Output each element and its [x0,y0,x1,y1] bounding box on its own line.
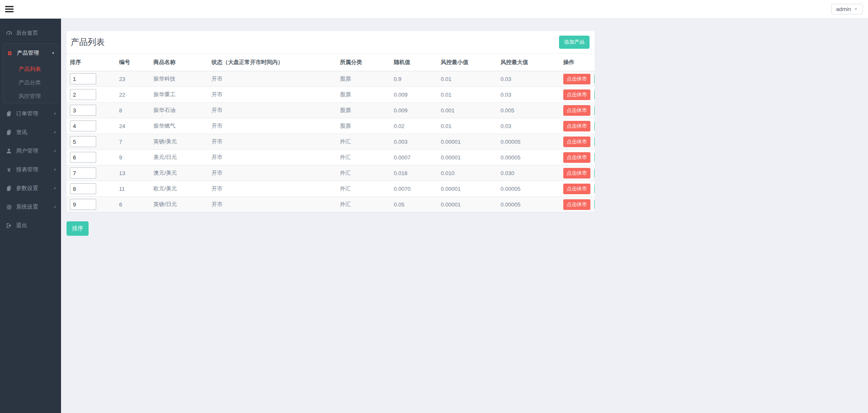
sort-input[interactable] [70,152,96,163]
caret-right-icon [53,131,57,134]
table-row: 11 欧元/美元 开市 外汇 0.0070 0.00001 0.00005 点击… [67,181,595,197]
cell-risk-max: 0.03 [497,71,560,87]
sidebar-item-parameter-settings[interactable]: 参数设置 [0,179,61,198]
files-icon [6,185,12,191]
table-row: 24 振华燃气 开市 股票 0.02 0.01 0.03 点击休市 [67,118,595,134]
caret-right-icon [52,51,55,55]
add-product-button[interactable]: 添加产品 [559,36,590,49]
sidebar-item-report-management[interactable]: ¥报表管理 [0,160,61,179]
cell-number: 7 [116,134,150,150]
sidebar-item-logout[interactable]: 退出 [0,216,61,235]
caret-right-icon [53,205,57,209]
cell-risk-max: 0.030 [497,165,560,181]
cell-name: 澳元/美元 [150,165,208,181]
cell-number: 8 [116,103,150,118]
edit-button[interactable] [594,200,595,209]
edit-button[interactable] [594,168,595,178]
close-market-button[interactable]: 点击休市 [563,184,590,194]
column-header: 随机值 [390,54,437,71]
column-header: 排序 [67,54,116,71]
sort-input[interactable] [70,136,96,147]
sidebar-item-label: 参数设置 [16,184,38,192]
cell-status: 开市 [208,150,337,165]
sort-input[interactable] [70,73,96,84]
cell-random: 0.0007 [390,150,437,165]
cell-random: 0.02 [390,118,437,134]
sort-button[interactable]: 排序 [67,221,89,236]
product-table: 排序编号商品名称状态（大盘正常开市时间内）所属分类随机值风控最小值风控最大值操作… [67,54,595,212]
caret-down-icon [854,7,858,11]
close-market-button[interactable]: 点击休市 [563,121,590,131]
close-market-button[interactable]: 点击休市 [563,105,590,116]
edit-button[interactable] [594,137,595,147]
sidebar-item-product-management[interactable]: B产品管理 [3,44,58,62]
cell-risk-min: 0.00001 [437,197,497,212]
caret-right-icon [53,187,57,190]
cell-risk-min: 0.001 [437,103,497,118]
cell-name: 振华科技 [150,71,208,87]
sort-input[interactable] [70,105,96,116]
table-row: 23 振华科技 开市 股票 0.9 0.01 0.03 点击休市 [67,71,595,87]
cell-risk-max: 0.03 [497,87,560,103]
edit-button[interactable] [594,106,595,115]
sidebar-item-label: 退出 [16,222,27,229]
sort-input[interactable] [70,183,96,194]
cell-name: 欧元/美元 [150,181,208,197]
user-menu-button[interactable]: admin [831,4,863,14]
cell-risk-max: 0.00005 [497,197,560,212]
cell-category: 外汇 [337,150,390,165]
yen-icon: ¥ [6,167,12,173]
hamburger-icon[interactable] [5,4,16,15]
edit-button[interactable] [594,74,595,84]
cell-random: 0.05 [390,197,437,212]
sidebar-subitem-product-category[interactable]: 产品分类 [3,76,58,89]
files-icon [6,129,12,135]
sort-input[interactable] [70,89,96,100]
cell-status: 开市 [208,71,337,87]
cell-random: 0.009 [390,103,437,118]
cell-status: 开市 [208,197,337,212]
cell-risk-max: 0.03 [497,118,560,134]
cell-status: 开市 [208,103,337,118]
close-market-button[interactable]: 点击休市 [563,137,590,147]
edit-button[interactable] [594,184,595,194]
edit-button[interactable] [594,153,595,162]
close-market-button[interactable]: 点击休市 [563,152,590,163]
cell-name: 振华燃气 [150,118,208,134]
page-title: 产品列表 [71,36,105,48]
sidebar-item-dashboard-home[interactable]: 后台首页 [0,24,61,42]
column-header: 风控最小值 [437,54,497,71]
sidebar-item-label: 订单管理 [16,110,38,117]
username-label: admin [836,6,851,12]
sidebar: 后台首页B产品管理产品列表产品分类风控管理订单管理资讯用户管理¥报表管理参数设置… [0,19,61,413]
cell-category: 外汇 [337,197,390,212]
cell-category: 外汇 [337,181,390,197]
edit-button[interactable] [594,90,595,100]
sort-input[interactable] [70,120,96,131]
sidebar-item-user-management[interactable]: 用户管理 [0,142,61,160]
sidebar-item-order-management[interactable]: 订单管理 [0,104,61,123]
close-market-button[interactable]: 点击休市 [563,74,590,84]
main-content: 产品列表 添加产品 排序编号商品名称状态（大盘正常开市时间内）所属分类随机值风控… [61,0,868,236]
sidebar-subitem-product-list[interactable]: 产品列表 [3,62,58,76]
cell-status: 开市 [208,181,337,197]
cell-number: 23 [116,71,150,87]
sort-input[interactable] [70,199,96,210]
sidebar-item-news[interactable]: 资讯 [0,123,61,142]
table-header-row: 排序编号商品名称状态（大盘正常开市时间内）所属分类随机值风控最小值风控最大值操作 [67,54,595,71]
edit-button[interactable] [594,121,595,131]
column-header: 编号 [116,54,150,71]
cell-category: 股票 [337,87,390,103]
sidebar-item-label: 后台首页 [16,29,38,37]
cell-category: 外汇 [337,134,390,150]
close-market-button[interactable]: 点击休市 [563,168,590,179]
close-market-button[interactable]: 点击休市 [563,199,590,210]
sidebar-item-label: 系统设置 [16,203,38,211]
sidebar-subitem-risk-management[interactable]: 风控管理 [3,89,58,103]
cell-status: 开市 [208,134,337,150]
column-header: 风控最大值 [497,54,560,71]
sidebar-item-system-settings[interactable]: 系统设置 [0,198,61,216]
close-market-button[interactable]: 点击休市 [563,89,590,100]
sort-input[interactable] [70,167,96,179]
cell-number: 6 [116,197,150,212]
